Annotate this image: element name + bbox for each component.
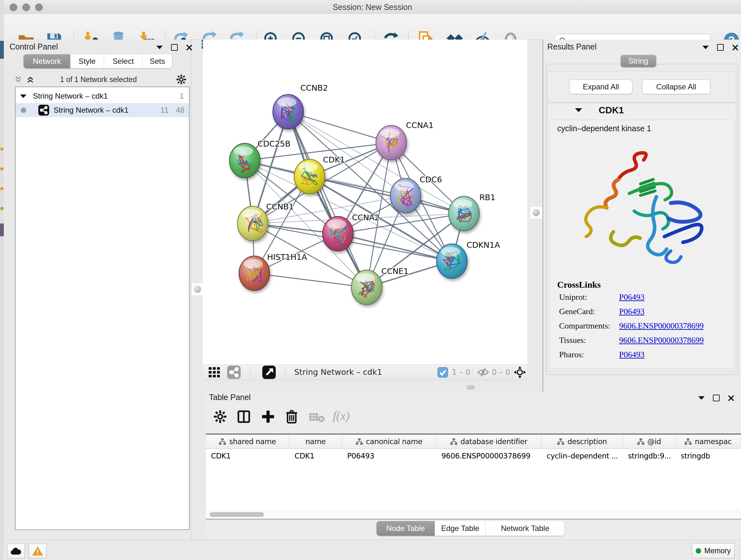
cytoscape-window: Session: New Session	[0, 0, 741, 560]
table-body[interactable]	[206, 463, 741, 510]
protein-expand-icon[interactable]	[575, 108, 582, 113]
status-bar: Memory	[4, 540, 741, 560]
tab-node-table[interactable]: Node Table	[377, 521, 435, 536]
column-header-namespac[interactable]: namespac	[676, 435, 741, 449]
collection-count: 1	[180, 91, 184, 101]
crosslink-link[interactable]: 9606.ENSP00000378699	[619, 335, 704, 345]
float-panel-icon[interactable]	[717, 44, 724, 51]
center-view-crosshair-icon[interactable]	[513, 366, 527, 379]
memory-button[interactable]: Memory	[692, 543, 735, 558]
collapse-panel-icon[interactable]	[698, 396, 704, 400]
toolbar-separator	[250, 366, 251, 378]
column-header--id[interactable]: @id	[623, 435, 676, 449]
network-view-canvas[interactable]: CCNB2CCNA1CDC25BCDK1CDC6RB1CCNB1CCNA2CDK…	[203, 40, 527, 365]
control-panel-title: Control Panel	[10, 42, 58, 51]
table-panel-title: Table Panel	[209, 393, 251, 402]
column-header-name[interactable]: name	[289, 435, 342, 449]
node-label: CCNB1	[266, 202, 294, 211]
column-header-database-identifier[interactable]: database identifier	[436, 435, 542, 449]
protein-name[interactable]: CDK1	[599, 105, 624, 116]
open-external-view-icon[interactable]	[262, 366, 276, 379]
selected-nodes-checkbox[interactable]	[437, 367, 448, 378]
node-label: CDKN1A	[467, 240, 500, 250]
network-edge[interactable]	[338, 234, 452, 261]
tree-expand-icon[interactable]	[20, 95, 26, 98]
protein-description: cyclin–dependent kinase 1	[557, 124, 651, 133]
horizontal-splitter-grip[interactable]	[467, 385, 475, 390]
right-splitter-grip[interactable]	[530, 206, 542, 219]
crosslink-link[interactable]: 9606.ENSP00000378699	[619, 321, 704, 331]
column-header-canonical-name[interactable]: canonical name	[342, 435, 436, 449]
crosslink-link[interactable]: P06493	[619, 293, 644, 302]
crosslink-label: Tissues:	[559, 335, 619, 345]
table-cell[interactable]: 9606.ENSP00000378699	[436, 449, 542, 463]
tab-edge-table[interactable]: Edge Table	[435, 521, 486, 536]
network-type-icon	[38, 105, 49, 116]
collapse-all-button[interactable]: Collapse All	[642, 79, 711, 94]
expand-all-button[interactable]: Expand All	[569, 79, 632, 94]
tab-sets[interactable]: Sets	[143, 54, 172, 68]
network-options-gear-icon[interactable]	[176, 74, 186, 84]
column-header-description[interactable]: description	[542, 435, 623, 449]
table-cell[interactable]: CDK1	[289, 449, 342, 463]
network-node[interactable]: CCNA1	[376, 121, 434, 160]
close-panel-icon[interactable]	[186, 44, 192, 51]
network-collection-row[interactable]: String Network – cdk1 1	[16, 89, 189, 103]
main-toolbar: ?	[4, 14, 741, 40]
tab-network[interactable]: Network	[23, 54, 71, 68]
network-node[interactable]: CCNB1	[238, 202, 294, 241]
float-panel-icon[interactable]	[713, 395, 720, 401]
thumbnail-grid-icon[interactable]	[209, 367, 222, 377]
scrollbar-thumb[interactable]	[210, 512, 264, 517]
memory-label: Memory	[704, 547, 731, 555]
network-node[interactable]: HIST1H1A	[239, 253, 307, 291]
column-header-label: namespac	[695, 437, 731, 446]
network-node[interactable]: CCNB2	[273, 83, 328, 129]
crosslink-link[interactable]: P06493	[619, 350, 644, 360]
column-header-shared-name[interactable]: shared name	[206, 435, 289, 449]
close-panel-icon[interactable]	[732, 44, 738, 51]
table-cell[interactable]: P06493	[342, 449, 436, 463]
warnings-button[interactable]	[29, 544, 47, 558]
left-splitter-grip[interactable]	[191, 283, 204, 296]
cloud-button[interactable]	[7, 544, 25, 558]
control-panel: Control Panel NetworkStyleSelectSets 1 o…	[4, 40, 191, 540]
column-header-label: name	[306, 437, 326, 446]
share-network-icon[interactable]	[227, 366, 241, 379]
table-cell[interactable]: CDK1	[206, 449, 289, 463]
network-node[interactable]: CDC6	[390, 175, 442, 213]
node-label: CCNB2	[300, 83, 328, 92]
table-horizontal-scrollbar[interactable]	[206, 510, 741, 519]
table-settings-gear-icon[interactable]	[213, 410, 227, 423]
tab-string[interactable]: String	[621, 55, 656, 67]
hidden-eye-slash-icon[interactable]	[477, 368, 489, 377]
node-gloss-highlight	[381, 128, 400, 138]
network-node[interactable]: CCNE1	[351, 266, 408, 305]
table-row[interactable]: CDK1CDK1P064939606.ENSP00000378699cyclin…	[206, 449, 741, 463]
table-cell[interactable]: stringdb	[676, 449, 741, 463]
table-cell[interactable]: stringdb:9...	[623, 449, 676, 463]
network-node[interactable]: CDKN1A	[436, 240, 500, 278]
tab-style[interactable]: Style	[71, 54, 104, 68]
table-cell[interactable]: cyclin–dependent ...	[542, 449, 623, 463]
network-row-selected[interactable]: String Network – cdk1 11 48	[16, 103, 189, 117]
delete-column-trash-icon[interactable]	[284, 409, 299, 424]
tab-select[interactable]: Select	[104, 54, 143, 68]
tab-network-table[interactable]: Network Table	[486, 521, 564, 536]
collapse-panel-icon[interactable]	[156, 46, 163, 49]
toggle-columns-icon[interactable]	[237, 409, 251, 424]
results-panel-header-icons	[702, 44, 738, 51]
float-panel-icon[interactable]	[171, 44, 178, 51]
background-dot	[0, 187, 3, 190]
current-network-title: String Network – cdk1	[294, 368, 382, 377]
collapse-panel-icon[interactable]	[702, 46, 709, 49]
warning-icon	[32, 546, 44, 556]
network-edge[interactable]	[254, 273, 367, 287]
network-node[interactable]: RB1	[449, 193, 495, 231]
add-column-icon[interactable]	[261, 409, 275, 424]
cloud-icon	[10, 547, 22, 555]
close-panel-icon[interactable]	[728, 395, 734, 401]
crosslink-link[interactable]: P06493	[619, 307, 644, 316]
network-status-dot	[21, 108, 26, 113]
network-edge[interactable]	[288, 112, 391, 143]
